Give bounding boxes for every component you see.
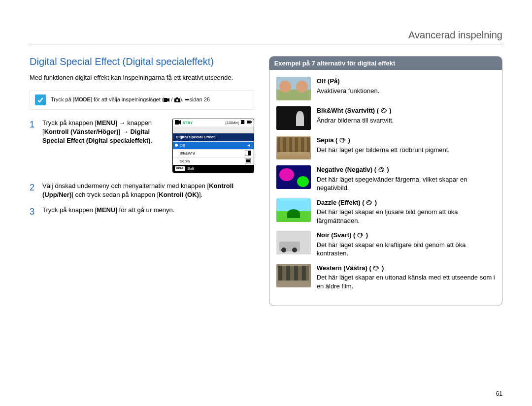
- svg-rect-8: [240, 121, 241, 122]
- effect-info: Western (Västra) ( )Det här läget skapar…: [317, 264, 495, 291]
- note-suffix: ).: [180, 96, 185, 102]
- note-mode: MODE: [74, 96, 91, 102]
- note-page: sidan 26: [189, 96, 210, 102]
- effect-row-sepia: Sepia ( )Det här läget ger bilderna ett …: [276, 136, 495, 159]
- svg-point-20: [342, 139, 343, 140]
- svg-rect-4: [176, 97, 178, 99]
- page-header: Avancerad inspelning: [30, 30, 502, 44]
- mode-note: Tryck på [MODE] för att välja inspelning…: [30, 90, 254, 110]
- note-mid: ] för att välja inspelningsläget (: [91, 96, 164, 102]
- lcd-item-off: Off: [173, 141, 254, 149]
- svg-point-3: [176, 99, 178, 101]
- effect-info: Negative (Negativ) ( )Det här läget speg…: [317, 165, 495, 192]
- effect-info: Off (På)Avaktivera funktionen.: [317, 77, 380, 100]
- effect-name: Noir (Svart) ( ): [317, 231, 495, 240]
- effect-thumb-western: [276, 264, 311, 287]
- effect-info: Noir (Svart) ( )Det här läget skapar en …: [317, 231, 495, 258]
- effect-thumb-noir: [276, 231, 311, 254]
- lcd-item-bw: Blk&Wht: [173, 149, 254, 157]
- effect-name: Off (På): [317, 77, 380, 86]
- svg-point-29: [360, 234, 361, 235]
- photo-mode-icon: [174, 96, 180, 102]
- note-prefix: Tryck på [: [51, 96, 74, 102]
- svg-point-26: [368, 201, 369, 202]
- effect-thumb-neg: [276, 165, 311, 189]
- svg-point-28: [359, 235, 360, 236]
- step-2: 2 Välj önskad undermeny och menyalternat…: [30, 182, 254, 199]
- step-3-text: Tryck på knappen [MENU] för att gå ur me…: [42, 206, 254, 218]
- lcd-exit: Exit: [187, 166, 194, 171]
- effect-name: Western (Västra) ( ): [317, 264, 495, 273]
- svg-point-24: [382, 168, 383, 169]
- arrow-right-icon: →: [122, 128, 129, 135]
- effect-thumb-bw: [276, 106, 311, 130]
- lcd-time: [220Min]: [226, 121, 239, 125]
- step-1-text: STBY [220Min] Dig: [42, 119, 254, 176]
- step-3: 3 Tryck på knappen [MENU] för att gå ur …: [30, 206, 254, 218]
- svg-point-23: [381, 168, 382, 169]
- examples-panel: Exempel på 7 alternativ för digital effe…: [269, 56, 502, 306]
- svg-marker-1: [167, 98, 169, 102]
- effect-palette-icon: ( ): [333, 136, 350, 144]
- svg-point-31: [374, 267, 375, 268]
- examples-title: Exempel på 7 alternativ för digital effe…: [269, 57, 502, 70]
- effect-palette-icon: ( ): [361, 199, 377, 206]
- effect-name: Negative (Negativ) ( ): [317, 165, 495, 174]
- svg-rect-11: [251, 122, 251, 123]
- effect-name: Dazzle (Effekt) ( ): [317, 198, 495, 207]
- svg-rect-7: [241, 120, 244, 124]
- sd-icon: [240, 120, 245, 125]
- section-intro: Med funktionen digital effekt kan inspel…: [30, 73, 254, 82]
- svg-point-25: [367, 202, 368, 203]
- right-column: Exempel på 7 alternativ för digital effe…: [269, 56, 502, 306]
- lcd-icon-row: [173, 126, 254, 133]
- svg-point-33: [377, 267, 378, 268]
- left-column: Digital Special Effect (Digital speciale…: [30, 56, 254, 306]
- check-icon: [35, 94, 46, 105]
- svg-point-21: [343, 139, 344, 140]
- step-number: 3: [30, 206, 37, 218]
- battery-icon: [247, 120, 252, 125]
- lcd-menu-chip: MENU: [175, 166, 186, 170]
- effect-name: Blk&Wht (Svartvitt) ( ): [317, 106, 394, 115]
- content-columns: Digital Special Effect (Digital speciale…: [30, 56, 502, 306]
- svg-point-16: [382, 110, 383, 111]
- step-number: 1: [30, 119, 37, 176]
- lcd-item-sepia: Sepia: [173, 157, 254, 165]
- effect-desc: Ändrar bilderna till svartvitt.: [317, 116, 394, 125]
- effect-info: Sepia ( )Det här läget ger bilderna ett …: [317, 136, 450, 159]
- step-2-text: Välj önskad undermeny och menyalternativ…: [42, 182, 254, 199]
- effect-row-noir: Noir (Svart) ( )Det här läget skapar en …: [276, 231, 495, 258]
- effect-sepia-small-icon: [245, 158, 251, 163]
- effect-row-western: Western (Västra) ( )Det här läget skapar…: [276, 264, 495, 291]
- effect-desc: Det här läget skapar en kraftigare bild …: [317, 241, 495, 258]
- effect-thumb-dazzle: [276, 198, 311, 222]
- effect-row-bw: Blk&Wht (Svartvitt) ( )Ändrar bilderna t…: [276, 106, 495, 130]
- svg-rect-15: [246, 159, 250, 162]
- effect-desc: Det här läget skapar en uttonad känsla m…: [317, 273, 495, 290]
- svg-rect-10: [247, 121, 250, 123]
- effect-name: Sepia ( ): [317, 136, 450, 145]
- svg-rect-0: [164, 98, 167, 102]
- svg-point-19: [341, 139, 342, 140]
- svg-point-18: [385, 109, 386, 110]
- camera-lcd-mock: STBY [220Min] Dig: [172, 119, 254, 173]
- svg-point-17: [383, 109, 384, 110]
- effect-row-off: Off (På)Avaktivera funktionen.: [276, 77, 495, 100]
- effect-desc: Avaktivera funktionen.: [317, 87, 380, 95]
- effect-info: Dazzle (Effekt) ( )Det här läget skapar …: [317, 198, 495, 225]
- mode-note-text: Tryck på [MODE] för att välja inspelning…: [51, 96, 210, 103]
- effect-desc: Det här läget ger bilderna ett rödbrunt …: [317, 146, 450, 155]
- svg-point-30: [361, 234, 362, 235]
- step-number: 2: [30, 182, 37, 199]
- svg-marker-6: [179, 120, 181, 125]
- effect-thumb-sepia: [276, 136, 311, 159]
- effect-palette-icon: ( ): [352, 231, 368, 239]
- effect-bw-small-icon: [245, 151, 251, 156]
- lcd-footer: MENU Exit: [173, 165, 254, 172]
- svg-point-32: [376, 266, 377, 267]
- lcd-stby: STBY: [183, 121, 193, 125]
- video-small-icon: [175, 120, 181, 126]
- lcd-menu-label: Digital Special Effect: [173, 133, 254, 141]
- effect-row-neg: Negative (Negativ) ( )Det här läget speg…: [276, 165, 495, 192]
